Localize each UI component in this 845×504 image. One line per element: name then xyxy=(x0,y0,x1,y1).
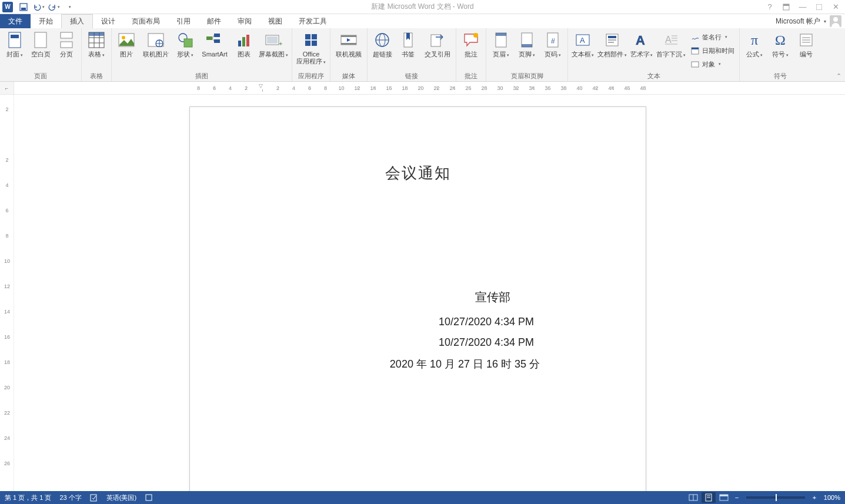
ruler-tick: 26 xyxy=(460,85,476,91)
cover-page-button[interactable]: 封面 xyxy=(2,29,27,58)
online-pictures-button[interactable]: 联机图片 xyxy=(140,29,172,58)
zoom-in-button[interactable]: + xyxy=(810,494,819,501)
doc-datetime-2[interactable]: 10/27/2020 4:34 PM xyxy=(243,336,593,349)
qat-redo-button[interactable] xyxy=(47,1,61,13)
cross-reference-button[interactable]: 交叉引用 xyxy=(422,29,453,58)
symbol-button[interactable]: Ω符号 xyxy=(768,29,793,58)
indent-marker-icon[interactable]: ▽ xyxy=(259,83,263,89)
account-label[interactable]: Microsoft 帐户 xyxy=(776,16,820,26)
zoom-level[interactable]: 100% xyxy=(824,494,840,501)
qat-save-button[interactable] xyxy=(16,1,31,13)
header-button[interactable]: 页眉 xyxy=(489,29,513,58)
chart-button[interactable]: 图表 xyxy=(232,29,256,58)
tab-insert[interactable]: 插入 xyxy=(61,14,93,28)
svg-text:A: A xyxy=(665,35,672,45)
table-button[interactable]: 表格 xyxy=(84,29,109,58)
office-apps-button[interactable]: Office 应用程序 xyxy=(295,29,328,65)
ruler-tick: 2 xyxy=(2,157,12,163)
svg-rect-29 xyxy=(246,35,249,46)
minimize-button[interactable]: — xyxy=(796,1,810,13)
tab-home[interactable]: 开始 xyxy=(31,14,61,28)
number-button[interactable]: 编号 xyxy=(794,29,819,58)
ruler-tick: 24 xyxy=(2,435,12,441)
status-page[interactable]: 第 1 页，共 1 页 xyxy=(5,493,51,502)
comment-button[interactable]: 批注 xyxy=(459,29,483,58)
status-macro-icon[interactable] xyxy=(145,493,153,502)
tab-references[interactable]: 引用 xyxy=(168,14,199,28)
doc-datetime-3[interactable]: 2020 年 10 月 27 日 16 时 35 分 xyxy=(243,357,593,371)
svg-rect-65 xyxy=(692,48,699,49)
blank-page-button[interactable]: 空白页 xyxy=(28,29,53,58)
help-button[interactable]: ? xyxy=(763,1,777,13)
zoom-out-button[interactable]: − xyxy=(732,494,742,501)
tab-mailings[interactable]: 邮件 xyxy=(199,14,229,28)
svg-rect-27 xyxy=(238,41,241,46)
collapse-ribbon-button[interactable]: ⌃ xyxy=(836,72,841,80)
group-illustrations-label: 插图 xyxy=(114,72,289,81)
ruler-tick: 38 xyxy=(556,85,572,91)
equation-button[interactable]: π公式 xyxy=(742,29,767,58)
svg-rect-28 xyxy=(242,37,245,46)
doc-datetime-1[interactable]: 10/27/2020 4:34 PM xyxy=(243,316,593,328)
doc-dept[interactable]: 宣传部 xyxy=(243,289,593,305)
textbox-button[interactable]: A文本框 xyxy=(570,29,595,58)
view-web-layout-button[interactable] xyxy=(717,492,731,503)
ruler-tick: 18 xyxy=(397,85,413,91)
tab-developer[interactable]: 开发工具 xyxy=(290,14,335,28)
smartart-button[interactable]: SmartArt xyxy=(199,29,231,58)
dropcap-button[interactable]: A首字下沉 xyxy=(655,29,687,58)
svg-rect-34 xyxy=(312,34,317,39)
picture-button[interactable]: 图片 xyxy=(114,29,139,58)
qat-undo-button[interactable] xyxy=(32,1,46,13)
tab-layout[interactable]: 页面布局 xyxy=(123,14,168,28)
status-word-count[interactable]: 23 个字 xyxy=(59,493,81,502)
qat-customize-button[interactable] xyxy=(62,1,76,13)
screenshot-button[interactable]: +屏幕截图 xyxy=(258,29,289,58)
ruler-tick: 16 xyxy=(381,85,397,91)
doc-title[interactable]: 会议通知 xyxy=(243,163,593,183)
view-print-layout-button[interactable] xyxy=(702,492,716,503)
tab-selector[interactable]: ⌐ xyxy=(0,82,14,94)
group-comments-label: 批注 xyxy=(459,72,483,81)
vertical-ruler[interactable]: 22468101214161820222426 xyxy=(0,95,14,491)
hyperlink-button[interactable]: 超链接 xyxy=(370,29,395,58)
tab-design[interactable]: 设计 xyxy=(93,14,123,28)
group-tables-label: 表格 xyxy=(84,72,109,81)
signature-line-button[interactable]: 签名行▾ xyxy=(688,31,737,44)
group-pages-label: 页面 xyxy=(2,72,79,81)
avatar-icon[interactable] xyxy=(830,15,841,27)
ruler-tick: 6 xyxy=(302,85,318,91)
svg-rect-31 xyxy=(267,36,278,44)
tab-review[interactable]: 审阅 xyxy=(229,14,260,28)
close-button[interactable]: ✕ xyxy=(829,1,843,13)
account-dropdown-icon[interactable]: ▾ xyxy=(824,19,826,24)
ruler-tick: 48 xyxy=(635,85,651,91)
svg-rect-44 xyxy=(431,35,440,46)
horizontal-ruler[interactable]: 8642246810121416182022242628303234363840… xyxy=(14,82,845,94)
wordart-button[interactable]: A艺术字 xyxy=(629,29,654,58)
ruler-tick: 10 xyxy=(333,85,349,91)
zoom-slider[interactable] xyxy=(746,496,805,499)
object-button[interactable]: 对象▾ xyxy=(688,58,737,71)
tab-view[interactable]: 视图 xyxy=(260,14,290,28)
status-proofing-icon[interactable] xyxy=(90,493,98,502)
online-video-button[interactable]: 联机视频 xyxy=(333,29,365,58)
svg-rect-8 xyxy=(61,32,72,38)
svg-rect-15 xyxy=(89,32,104,36)
page-number-button[interactable]: #页码 xyxy=(540,29,565,58)
status-language[interactable]: 英语(美国) xyxy=(106,493,136,502)
svg-rect-56 xyxy=(608,39,616,41)
footer-button[interactable]: 页脚 xyxy=(515,29,539,58)
ribbon-display-options-button[interactable] xyxy=(779,1,793,13)
ruler-tick: 36 xyxy=(540,85,556,91)
bookmark-button[interactable]: 书签 xyxy=(396,29,420,58)
quick-parts-button[interactable]: 文档部件 xyxy=(596,29,628,58)
shapes-button[interactable]: 形状 xyxy=(173,29,198,58)
page-break-button[interactable]: 分页 xyxy=(54,29,79,58)
maximize-button[interactable] xyxy=(812,1,826,13)
svg-text:#: # xyxy=(551,37,555,45)
document-page[interactable]: 会议通知 宣传部 10/27/2020 4:34 PM 10/27/2020 4… xyxy=(189,106,646,491)
tab-file[interactable]: 文件 xyxy=(0,14,31,28)
date-time-button[interactable]: 日期和时间 xyxy=(688,44,737,57)
view-read-mode-button[interactable] xyxy=(686,492,700,503)
